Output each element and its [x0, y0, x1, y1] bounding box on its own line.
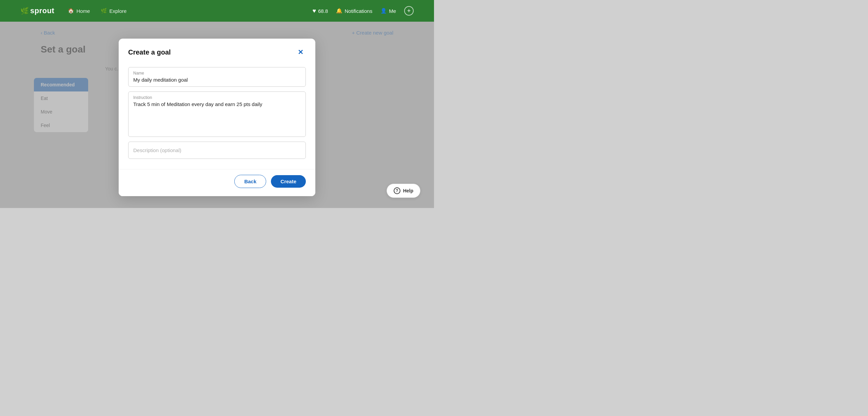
logo: 🌿 sprout	[20, 6, 54, 15]
person-icon: 👤	[380, 8, 387, 14]
modal-header: Create a goal ✕	[119, 39, 315, 64]
help-label: Help	[403, 188, 413, 193]
help-icon: ?	[396, 188, 398, 193]
modal-back-button[interactable]: Back	[234, 175, 266, 188]
nav-score: ♥ 68.8	[313, 7, 328, 15]
name-form-group: Name	[128, 67, 306, 87]
nav-plus-button[interactable]: +	[404, 6, 414, 16]
nav-links: 🏠 Home 🌿 Explore	[68, 8, 312, 14]
nav-right: ♥ 68.8 🔔 Notifications 👤 Me +	[313, 6, 414, 16]
modal-title: Create a goal	[128, 48, 171, 56]
explore-icon: 🌿	[101, 8, 107, 14]
help-button[interactable]: ? Help	[387, 184, 420, 198]
notifications-label: Notifications	[344, 8, 372, 14]
home-icon: 🏠	[68, 8, 74, 14]
modal-create-button[interactable]: Create	[271, 175, 306, 188]
nav-notifications[interactable]: 🔔 Notifications	[336, 8, 372, 14]
description-field-placeholder[interactable]: Description (optional)	[128, 142, 306, 159]
nav-home[interactable]: 🏠 Home	[68, 8, 90, 14]
heart-icon: ♥	[313, 7, 316, 15]
nav-explore[interactable]: 🌿 Explore	[101, 8, 126, 14]
description-form-group: Description (optional)	[128, 142, 306, 159]
bell-icon: 🔔	[336, 8, 342, 14]
logo-text: sprout	[30, 6, 54, 15]
score-value: 68.8	[318, 8, 328, 14]
description-placeholder-text: Description (optional)	[133, 147, 181, 153]
modal-close-button[interactable]: ✕	[295, 47, 306, 58]
close-icon: ✕	[298, 48, 303, 56]
logo-icon: 🌿	[20, 7, 29, 15]
home-label: Home	[76, 8, 90, 14]
instruction-field-container: Instruction	[128, 91, 306, 137]
navigation: 🌿 sprout 🏠 Home 🌿 Explore ♥ 68.8 🔔 Notif…	[0, 0, 434, 22]
help-circle-icon: ?	[394, 187, 400, 194]
name-label: Name	[133, 71, 301, 76]
name-field-container: Name	[128, 67, 306, 87]
instruction-label: Instruction	[133, 95, 301, 100]
nav-me[interactable]: 👤 Me	[380, 8, 396, 14]
explore-label: Explore	[109, 8, 126, 14]
me-label: Me	[389, 8, 396, 14]
modal-overlay: Create a goal ✕ Name Instruction	[0, 22, 434, 208]
instruction-form-group: Instruction	[128, 91, 306, 137]
plus-icon: +	[407, 7, 411, 15]
modal-footer: Back Create	[119, 169, 315, 196]
modal-body[interactable]: Name Instruction Description (optional)	[119, 64, 315, 169]
name-input[interactable]	[133, 77, 301, 83]
instruction-textarea[interactable]	[133, 101, 301, 132]
create-goal-modal: Create a goal ✕ Name Instruction	[119, 39, 315, 196]
